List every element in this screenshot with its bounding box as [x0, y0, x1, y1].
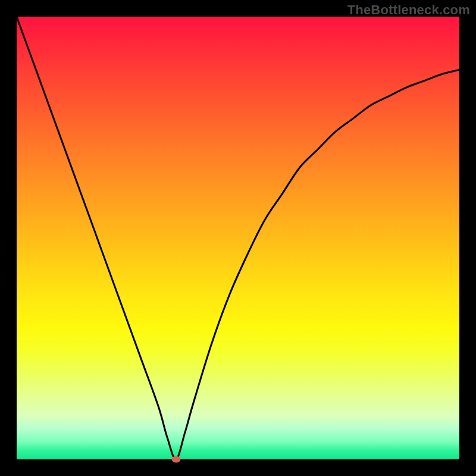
- watermark-text: TheBottleneck.com: [347, 2, 470, 18]
- optimum-marker-icon: [171, 456, 180, 463]
- bottleneck-curve: [17, 17, 459, 459]
- chart-frame: TheBottleneck.com: [0, 0, 476, 476]
